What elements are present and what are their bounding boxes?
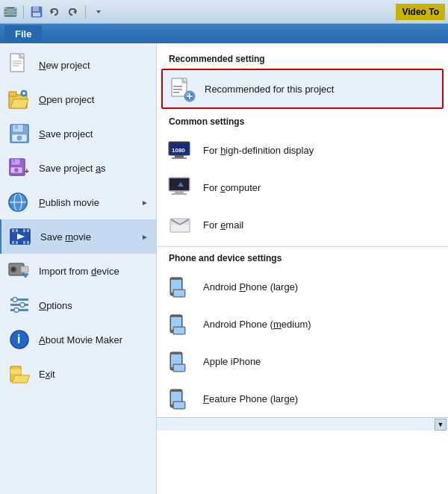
about-icon: i <box>7 328 31 351</box>
new-project-icon <box>7 53 31 77</box>
svg-rect-5 <box>14 10 16 13</box>
svg-marker-11 <box>51 10 54 14</box>
apple-iphone-label: Apple iPhone <box>203 356 261 367</box>
publish-movie-arrow: ► <box>141 198 149 207</box>
setting-item-email[interactable]: For email <box>157 206 448 243</box>
svg-rect-6 <box>14 13 16 16</box>
svg-rect-70 <box>173 92 179 93</box>
svg-rect-10 <box>33 13 40 16</box>
svg-rect-2 <box>4 10 7 13</box>
svg-rect-53 <box>21 266 28 272</box>
save-project-as-icon: + <box>7 156 31 180</box>
separator-phone <box>157 246 448 247</box>
sidebar-item-publish-movie[interactable]: Publish movie ► <box>0 185 156 219</box>
svg-rect-46 <box>27 229 29 232</box>
import-device-label: Import from device <box>39 266 149 277</box>
menu-bar: File <box>0 24 448 43</box>
email-icon <box>167 211 194 238</box>
svg-point-52 <box>12 268 15 271</box>
svg-point-95 <box>183 296 184 297</box>
sidebar-item-about[interactable]: i About Movie Maker <box>0 322 156 357</box>
filmstrip-icon <box>3 4 18 19</box>
sidebar-item-exit[interactable]: Exit <box>0 357 156 391</box>
svg-marker-21 <box>10 99 28 108</box>
redo-icon[interactable] <box>65 4 80 19</box>
svg-rect-1 <box>4 7 7 10</box>
setting-item-recommended-project[interactable]: Recommended for this project <box>161 69 444 109</box>
svg-text:i: i <box>17 333 20 346</box>
computer-label: For computer <box>203 182 261 193</box>
svg-rect-44 <box>16 241 18 244</box>
svg-rect-32 <box>13 159 15 163</box>
options-icon <box>7 293 31 317</box>
sidebar-item-save-project-as[interactable]: + Save project as <box>0 151 156 185</box>
svg-rect-7 <box>7 8 14 16</box>
setting-item-android-medium[interactable]: Android Phone (medium) <box>157 305 448 343</box>
svg-point-107 <box>183 370 184 372</box>
svg-rect-68 <box>173 86 182 87</box>
phone-section-header: Phone and device settings <box>157 250 448 268</box>
svg-rect-4 <box>14 7 16 10</box>
feature-large-icon <box>167 385 194 412</box>
svg-rect-45 <box>23 229 25 232</box>
save-movie-icon <box>9 225 33 248</box>
scroll-down-button[interactable]: ▼ <box>435 419 447 431</box>
sidebar-item-open-project[interactable]: Open project <box>0 82 156 116</box>
svg-rect-106 <box>174 365 184 371</box>
svg-rect-43 <box>12 241 14 244</box>
svg-rect-100 <box>174 328 184 334</box>
svg-point-34 <box>15 169 19 172</box>
undo-icon[interactable] <box>47 4 62 19</box>
setting-item-android-large[interactable]: Android Phone (large) <box>157 268 448 305</box>
svg-rect-42 <box>16 229 18 232</box>
svg-point-60 <box>14 308 19 313</box>
save-project-as-label: Save project as <box>39 163 149 174</box>
android-medium-label: Android Phone (medium) <box>203 319 311 330</box>
svg-rect-3 <box>4 13 7 16</box>
svg-rect-81 <box>172 157 187 159</box>
save-icon[interactable] <box>29 4 44 19</box>
svg-rect-41 <box>12 229 14 232</box>
svg-rect-48 <box>27 241 29 244</box>
sidebar-item-save-project[interactable]: Save project <box>0 116 156 151</box>
svg-point-59 <box>20 303 25 307</box>
sidebar-item-save-movie[interactable]: Save movie ► <box>0 219 156 254</box>
setting-item-hd-display[interactable]: 1080 For high-definition display <box>157 131 448 169</box>
main-content: New project Open project <box>0 43 448 494</box>
svg-marker-13 <box>96 10 101 13</box>
svg-text:+: + <box>25 167 29 175</box>
sidebar-item-import-device[interactable]: Import from device <box>0 254 156 288</box>
svg-marker-65 <box>12 375 30 383</box>
toolbar-icons <box>3 4 106 19</box>
computer-icon <box>167 174 194 201</box>
svg-rect-57 <box>10 309 28 311</box>
dropdown-arrow-icon[interactable] <box>91 4 106 19</box>
publish-movie-icon <box>7 190 31 214</box>
sidebar: New project Open project <box>0 43 157 494</box>
svg-point-101 <box>183 333 184 334</box>
setting-item-feature-large[interactable]: Feature Phone (large) <box>157 380 448 417</box>
options-label: Options <box>39 300 149 311</box>
file-menu-tab[interactable]: File <box>4 25 42 43</box>
svg-rect-69 <box>173 89 182 90</box>
svg-rect-20 <box>9 92 16 96</box>
sidebar-item-options[interactable]: Options <box>0 288 156 322</box>
hd-display-label: For high-definition display <box>203 145 314 156</box>
svg-rect-9 <box>33 7 39 11</box>
exit-label: Exit <box>39 369 149 380</box>
svg-rect-56 <box>10 304 28 306</box>
setting-item-apple-iphone[interactable]: Apple iPhone <box>157 343 448 380</box>
svg-rect-85 <box>172 193 187 195</box>
save-movie-label: Save movie <box>40 231 134 243</box>
save-project-icon <box>7 122 31 146</box>
android-large-icon <box>167 273 194 300</box>
svg-marker-12 <box>73 10 76 14</box>
svg-rect-112 <box>174 402 184 408</box>
open-project-label: Open project <box>39 94 149 105</box>
svg-rect-31 <box>11 159 20 165</box>
svg-rect-94 <box>174 290 184 296</box>
setting-item-computer[interactable]: For computer <box>157 169 448 206</box>
email-label: For email <box>203 219 243 231</box>
open-project-icon <box>7 87 31 111</box>
sidebar-item-new-project[interactable]: New project <box>0 48 156 82</box>
